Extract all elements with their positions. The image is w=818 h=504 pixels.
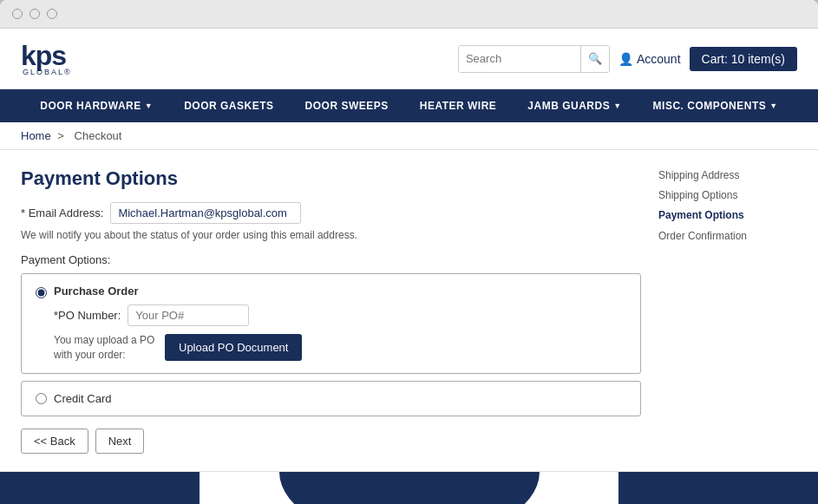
logo: k ps GLOBAL®	[21, 42, 72, 76]
nav-door-hardware-label: DOOR HARDWARE	[40, 100, 141, 112]
content-left: Payment Options * Email Address: We will…	[21, 167, 641, 454]
nav-misc-components-label: MISC. COMPONENTS	[653, 100, 767, 112]
chevron-down-icon-2: ▼	[613, 101, 621, 110]
purchase-order-section: Purchase Order *PO Number: You may uploa…	[21, 273, 641, 374]
nav-heater-wire-label: HEATER WIRE	[420, 100, 497, 112]
breadcrumb-home[interactable]: Home	[21, 129, 51, 142]
chevron-down-icon-3: ▼	[769, 101, 777, 110]
back-button[interactable]: << Back	[21, 429, 88, 454]
account-label: Account	[637, 52, 681, 66]
po-upload-row: You may upload a PO with your order: Upl…	[54, 333, 302, 363]
footer-left: About Us	[0, 472, 200, 504]
nav-door-sweeps-label: DOOR SWEEPS	[305, 100, 389, 112]
notification-text: We will notify you about the status of y…	[21, 229, 641, 241]
breadcrumb-separator: >	[57, 129, 64, 142]
browser-dot-3	[47, 9, 57, 19]
nav-jamb-guards[interactable]: JAMB GUARDS ▼	[512, 89, 637, 122]
breadcrumb: Home > Checkout	[0, 122, 818, 150]
search-button[interactable]: 🔍	[580, 46, 609, 72]
payment-options-label: Payment Options:	[21, 253, 641, 266]
search-icon: 🔍	[588, 52, 602, 65]
footer-arch	[279, 472, 540, 504]
page-title: Payment Options	[21, 167, 641, 190]
email-form-row: * Email Address:	[21, 202, 641, 224]
nav-heater-wire[interactable]: HEATER WIRE	[404, 89, 513, 122]
step-shipping-address: Shipping Address	[658, 167, 797, 184]
nav-door-gaskets[interactable]: DOOR GASKETS	[168, 89, 289, 122]
credit-card-radio[interactable]	[36, 393, 47, 404]
step-shipping-options: Shipping Options	[658, 187, 797, 204]
po-number-input[interactable]	[128, 304, 249, 326]
account-button[interactable]: 👤 Account	[618, 52, 681, 66]
logo-k: k	[21, 42, 36, 69]
nav-door-gaskets-label: DOOR GASKETS	[184, 100, 273, 112]
browser-chrome	[0, 0, 818, 29]
header-right: 🔍 👤 Account Cart: 10 item(s)	[458, 45, 797, 73]
browser-window: k ps GLOBAL® 🔍 👤 Account Cart: 10 item(s…	[0, 0, 818, 504]
browser-dot-1	[12, 9, 23, 19]
step-order-confirmation: Order Confirmation	[658, 228, 797, 245]
chevron-down-icon: ▼	[145, 101, 153, 110]
nav-jamb-guards-label: JAMB GUARDS	[527, 100, 610, 112]
cart-button[interactable]: Cart: 10 item(s)	[690, 47, 797, 71]
search-box: 🔍	[458, 45, 610, 73]
browser-dot-2	[29, 9, 40, 19]
search-input[interactable]	[459, 46, 580, 72]
nav-door-sweeps[interactable]: DOOR SWEEPS	[290, 89, 404, 122]
upload-po-button[interactable]: Upload PO Document	[165, 334, 302, 361]
breadcrumb-current: Checkout	[75, 129, 122, 142]
nav-door-hardware[interactable]: DOOR HARDWARE ▼	[24, 89, 168, 122]
purchase-order-radio[interactable]	[36, 287, 47, 298]
email-label: * Email Address:	[21, 206, 103, 219]
po-upload-note: You may upload a PO with your order:	[54, 333, 158, 363]
site-header: k ps GLOBAL® 🔍 👤 Account Cart: 10 item(s…	[0, 29, 818, 89]
checkout-steps-sidebar: Shipping Address Shipping Options Paymen…	[658, 167, 797, 454]
footer: About Us Privacy Policy	[0, 471, 818, 504]
credit-card-section: Credit Card	[21, 381, 641, 416]
logo-ps: ps	[36, 42, 66, 69]
po-fields: Purchase Order *PO Number: You may uploa…	[54, 285, 302, 363]
footer-center	[200, 472, 618, 504]
po-label: Purchase Order	[54, 285, 302, 298]
email-field[interactable]	[110, 202, 301, 224]
account-icon: 👤	[618, 52, 633, 66]
credit-card-label: Credit Card	[54, 392, 111, 405]
purchase-order-row: Purchase Order *PO Number: You may uploa…	[22, 274, 640, 373]
po-number-label: *PO Number:	[54, 309, 121, 322]
main-nav: DOOR HARDWARE ▼ DOOR GASKETS DOOR SWEEPS…	[0, 89, 818, 122]
step-payment-options: Payment Options	[658, 207, 797, 224]
logo-global: GLOBAL®	[21, 68, 72, 76]
po-number-row: *PO Number:	[54, 304, 302, 326]
footer-right: Privacy Policy	[618, 472, 818, 504]
footer-inner: About Us Privacy Policy	[0, 472, 818, 504]
next-button[interactable]: Next	[95, 429, 145, 454]
main-content: Payment Options * Email Address: We will…	[0, 150, 818, 471]
action-buttons: << Back Next	[21, 429, 641, 454]
nav-misc-components[interactable]: MISC. COMPONENTS ▼	[638, 89, 794, 122]
